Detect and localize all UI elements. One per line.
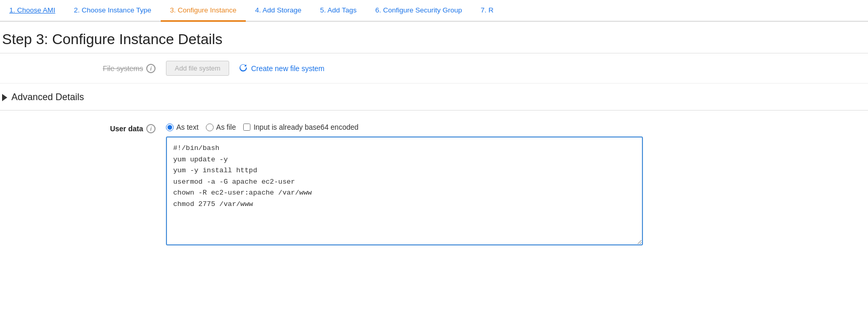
tab-review[interactable]: 7. R bbox=[471, 0, 503, 22]
tab-choose-instance-type[interactable]: 2. Choose Instance Type bbox=[65, 0, 161, 22]
as-text-option[interactable]: As text bbox=[166, 123, 199, 131]
as-text-radio[interactable] bbox=[166, 123, 174, 131]
step-heading: Step 3: Configure Instance Details bbox=[0, 22, 868, 53]
as-file-option[interactable]: As file bbox=[206, 123, 236, 131]
user-data-options: As text As file Input is already base64 … bbox=[166, 123, 868, 131]
advanced-details-header[interactable]: Advanced Details bbox=[0, 84, 868, 111]
base64-checkbox[interactable] bbox=[243, 123, 250, 131]
file-systems-controls: Add file system Create new file system bbox=[166, 61, 325, 76]
user-data-label: User data bbox=[110, 125, 143, 133]
advanced-details-section: Advanced Details User data i As text As … bbox=[0, 84, 868, 256]
user-data-textarea[interactable] bbox=[166, 136, 643, 245]
user-data-info-icon[interactable]: i bbox=[146, 124, 156, 133]
file-systems-info-icon[interactable]: i bbox=[146, 64, 156, 73]
as-text-label: As text bbox=[176, 123, 199, 131]
tab-add-storage[interactable]: 4. Add Storage bbox=[246, 0, 311, 22]
file-systems-row: File systems i Add file system Create ne… bbox=[0, 53, 868, 84]
as-file-label: As file bbox=[216, 123, 236, 131]
file-systems-label: File systems bbox=[103, 64, 143, 73]
base64-label: Input is already base64 encoded bbox=[254, 123, 358, 131]
refresh-icon bbox=[239, 63, 248, 74]
tab-add-tags[interactable]: 5. Add Tags bbox=[311, 0, 366, 22]
file-systems-label-area: File systems i bbox=[0, 64, 166, 73]
page-content: Step 3: Configure Instance Details File … bbox=[0, 22, 868, 256]
user-data-controls: As text As file Input is already base64 … bbox=[166, 123, 868, 245]
user-data-label-area: User data i bbox=[0, 123, 166, 133]
add-file-system-button[interactable]: Add file system bbox=[166, 61, 229, 76]
create-new-file-system-label: Create new file system bbox=[251, 64, 325, 73]
tab-configure-security-group[interactable]: 6. Configure Security Group bbox=[366, 0, 471, 22]
as-file-radio[interactable] bbox=[206, 123, 214, 131]
user-data-section: User data i As text As file Input is al bbox=[0, 111, 868, 256]
create-new-file-system-link[interactable]: Create new file system bbox=[239, 63, 325, 74]
tab-configure-instance[interactable]: 3. Configure Instance bbox=[161, 0, 246, 22]
tab-choose-ami[interactable]: 1. Choose AMI bbox=[0, 0, 65, 22]
base64-checkbox-option[interactable]: Input is already base64 encoded bbox=[243, 123, 358, 131]
tab-navigation: 1. Choose AMI 2. Choose Instance Type 3.… bbox=[0, 0, 868, 22]
collapse-triangle-icon bbox=[2, 94, 7, 101]
advanced-details-title: Advanced Details bbox=[11, 92, 84, 103]
